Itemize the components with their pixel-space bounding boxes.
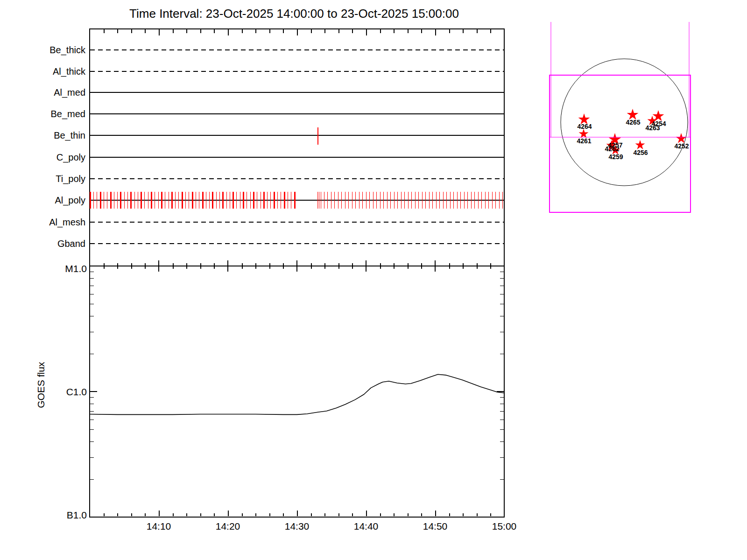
alpoly-exposure-mark (253, 192, 254, 209)
time-tick-top (352, 29, 353, 33)
alpoly-exposure-mark (90, 192, 91, 209)
alpoly-exposure-mark (366, 192, 366, 209)
alpoly-exposure-mark (120, 192, 121, 209)
alpoly-exposure-mark (334, 192, 335, 209)
time-tick-top (324, 29, 325, 33)
alpoly-exposure-mark (404, 192, 405, 209)
time-tick-top (117, 29, 118, 33)
alpoly-exposure-mark (380, 192, 381, 209)
time-tick-top (380, 29, 381, 33)
alpoly-exposure-mark (127, 192, 128, 209)
filter-label-c_poly: C_poly (5, 152, 85, 163)
alpoly-exposure-mark (464, 192, 465, 209)
time-tick-top (200, 29, 201, 33)
alpoly-exposure-mark (457, 192, 458, 209)
time-tick-top (145, 29, 146, 33)
alpoly-exposure-mark (104, 192, 104, 209)
alpoly-exposure-mark (394, 192, 395, 209)
alpoly-exposure-mark (467, 192, 468, 209)
goes-flux-curve (90, 266, 504, 517)
alpoly-exposure-mark (422, 192, 423, 209)
active-region-label-4259: 4259 (608, 153, 623, 161)
alpoly-exposure-mark (415, 192, 416, 209)
xrt-timeline-figure: Time Interval: 23-Oct-2025 14:00:00 to 2… (0, 0, 747, 560)
alpoly-exposure-mark (178, 192, 179, 209)
time-tick-top (173, 29, 174, 33)
alpoly-exposure-mark (387, 192, 388, 209)
time-tick-top (463, 29, 464, 33)
alpoly-exposure-mark (230, 192, 230, 209)
alpoly-exposure-mark (429, 192, 430, 209)
alpoly-exposure-mark (175, 192, 176, 209)
alpoly-exposure-mark (148, 192, 148, 209)
solar-disk-map: 4264426142654263425442624257425942564252 (537, 19, 705, 219)
time-tick-top (435, 29, 436, 35)
alpoly-exposure-mark (161, 192, 162, 209)
alpoly-exposure-mark (219, 192, 220, 209)
time-tick-top (159, 29, 160, 35)
time-tick-top (242, 29, 243, 33)
alpoly-exposure-mark (151, 192, 152, 209)
alpoly-exposure-mark (390, 192, 391, 209)
active-region-label-4257: 4257 (608, 141, 622, 149)
filter-label-al_med: Al_med (5, 87, 85, 98)
filter-line-c_poly (90, 157, 504, 158)
alpoly-exposure-mark (202, 192, 204, 209)
alpoly-exposure-mark (460, 192, 461, 209)
filter-label-al_mesh: Al_mesh (5, 217, 85, 228)
alpoly-exposure-mark (117, 192, 118, 209)
alpoly-exposure-mark (206, 192, 206, 209)
time-tick-top (104, 29, 105, 33)
bethin-exposure-mark (317, 127, 318, 145)
alpoly-exposure-mark (499, 192, 500, 209)
filter-line-al_mesh (90, 222, 504, 223)
alpoly-exposure-mark (478, 192, 479, 209)
active-region-label-4264: 4264 (577, 123, 592, 130)
active-region-star-4265 (627, 109, 639, 120)
alpoly-exposure-mark (425, 192, 426, 209)
alpoly-exposure-mark (158, 192, 159, 209)
alpoly-exposure-mark (274, 192, 275, 209)
alpoly-exposure-mark (492, 192, 493, 209)
goes-xtick-label: 14:50 (414, 521, 456, 532)
filter-line-ti_poly (90, 178, 504, 179)
goes-xtick-label: 14:10 (138, 521, 180, 532)
active-region-label-4256: 4256 (633, 149, 648, 156)
alpoly-exposure-mark (319, 192, 319, 209)
alpoly-exposure-mark (243, 192, 244, 209)
alpoly-exposure-mark (474, 192, 475, 209)
alpoly-exposure-mark (481, 192, 482, 209)
alpoly-exposure-mark (192, 192, 193, 209)
filter-label-ti_poly: Ti_poly (5, 173, 85, 184)
time-tick-top (214, 29, 215, 33)
time-tick-top (338, 29, 339, 33)
time-tick-top (421, 29, 422, 33)
alpoly-exposure-mark (236, 192, 237, 209)
alpoly-exposure-mark (110, 192, 112, 209)
filter-line-gband (90, 243, 504, 244)
filter-label-be_med: Be_med (5, 108, 85, 119)
alpoly-exposure-mark (247, 192, 247, 209)
alpoly-exposure-mark (263, 192, 265, 209)
alpoly-exposure-mark (107, 192, 107, 209)
filter-line-al_thick (90, 71, 504, 72)
alpoly-exposure-mark (165, 192, 165, 209)
goes-xtick-label: 14:20 (207, 521, 249, 532)
time-tick-top (228, 29, 229, 35)
alpoly-exposure-mark (261, 192, 261, 209)
time-tick-top (449, 29, 450, 33)
active-region-label-4261: 4261 (577, 137, 591, 145)
goes-xtick-label: 14:40 (345, 521, 387, 532)
alpoly-exposure-mark (250, 192, 251, 209)
alpoly-exposure-mark (171, 192, 173, 209)
goes-ytick-label-b1.0: B1.0 (5, 510, 87, 521)
active-region-star-4256 (635, 140, 645, 149)
goes-xtick-label: 14:30 (276, 521, 318, 532)
alpoly-exposure-mark (155, 192, 155, 209)
alpoly-exposure-mark (401, 192, 402, 209)
time-tick-top (283, 29, 284, 33)
time-tick-top (490, 29, 491, 33)
time-tick-top (477, 29, 478, 33)
time-tick-top (366, 29, 367, 35)
alpoly-exposure-mark (277, 192, 278, 209)
